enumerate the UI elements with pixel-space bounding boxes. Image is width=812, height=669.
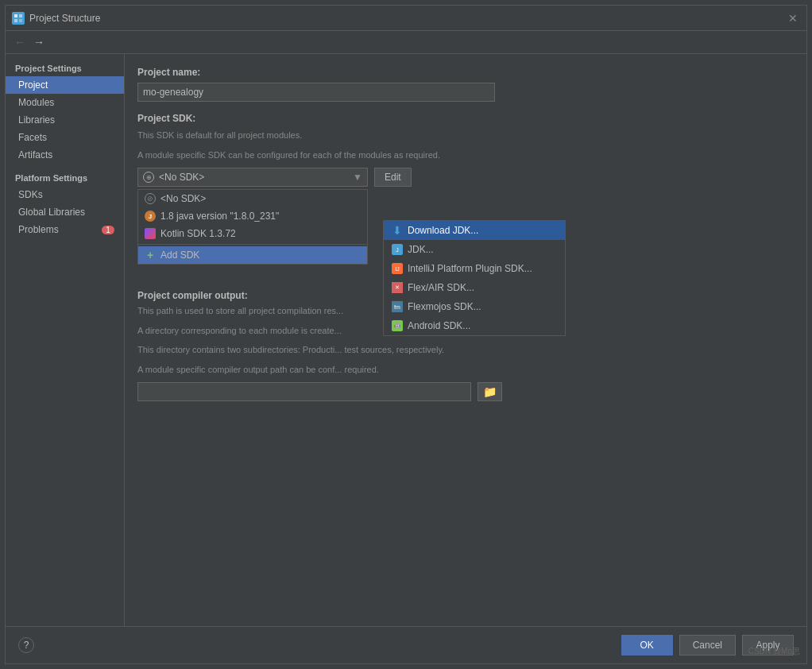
sdk-globe-icon: ⊕ bbox=[143, 172, 154, 183]
flex-icon: ✕ bbox=[392, 282, 403, 293]
svg-rect-2 bbox=[14, 19, 17, 22]
add-sdk-icon: + bbox=[145, 249, 156, 261]
dialog-title: Project Structure bbox=[29, 13, 100, 24]
title-bar: Project Structure ✕ bbox=[6, 6, 806, 31]
svg-rect-3 bbox=[19, 19, 22, 22]
title-bar-left: Project Structure bbox=[12, 12, 100, 25]
sdk-dropdown-arrow: ▼ bbox=[353, 172, 362, 183]
project-structure-dialog: Project Structure ✕ ← → Project Settings… bbox=[5, 5, 807, 664]
intellij-icon: IJ bbox=[392, 263, 403, 274]
add-sdk-option[interactable]: + Add SDK bbox=[138, 246, 367, 264]
android-icon: 🤖 bbox=[392, 320, 403, 331]
android-sdk-option[interactable]: 🤖 Android SDK... bbox=[384, 316, 565, 335]
sdk-desc-line2: A module specific SDK can be configured … bbox=[137, 149, 794, 162]
sdk-desc-line1: This SDK is default for all project modu… bbox=[137, 129, 794, 142]
kotlin-sdk-option[interactable]: Kotlin SDK 1.3.72 bbox=[138, 225, 367, 242]
sdk-row: ⊕ <No SDK> ▼ Edit bbox=[137, 168, 794, 187]
sidebar-item-global-libraries[interactable]: Global Libraries bbox=[6, 203, 124, 221]
sidebar-item-artifacts[interactable]: Artifacts bbox=[6, 146, 124, 164]
sidebar-item-project[interactable]: Project bbox=[6, 76, 124, 94]
flexmojos-icon: fm bbox=[392, 301, 403, 312]
jdk-option[interactable]: J JDK... bbox=[384, 240, 565, 259]
compiler-output-folder-button[interactable]: 📁 bbox=[478, 382, 502, 401]
dialog-icon bbox=[12, 12, 25, 25]
download-icon: ⬇ bbox=[392, 225, 403, 236]
project-name-label: Project name: bbox=[137, 67, 794, 78]
compiler-desc-3: This directory contains two subdirectori… bbox=[137, 343, 794, 357]
sidebar-item-facets[interactable]: Facets bbox=[6, 129, 124, 146]
ok-button[interactable]: OK bbox=[621, 635, 673, 655]
cancel-button[interactable]: Cancel bbox=[679, 635, 736, 655]
compiler-desc-4: A module specific compiler output path c… bbox=[137, 363, 794, 377]
forward-button[interactable]: → bbox=[31, 34, 47, 50]
flexmojos-option[interactable]: fm Flexmojos SDK... bbox=[384, 297, 565, 316]
sdk-dropdown[interactable]: ⊕ <No SDK> ▼ bbox=[137, 168, 368, 187]
no-sdk-option[interactable]: ⊘ <No SDK> bbox=[138, 190, 367, 207]
help-button[interactable]: ? bbox=[18, 637, 34, 653]
project-settings-header: Project Settings bbox=[6, 60, 124, 76]
project-sdk-label: Project SDK: bbox=[137, 113, 794, 124]
no-sdk-icon: ⊘ bbox=[145, 193, 156, 204]
sidebar: Project Settings Project Modules Librari… bbox=[6, 54, 125, 626]
java-sdk-option[interactable]: J 1.8 java version "1.8.0_231" bbox=[138, 207, 367, 225]
compiler-output-input[interactable] bbox=[137, 382, 471, 401]
intellij-plugin-option[interactable]: IJ IntelliJ Platform Plugin SDK... bbox=[384, 259, 565, 278]
content-area: Project Settings Project Modules Librari… bbox=[6, 54, 806, 626]
sidebar-item-libraries[interactable]: Libraries bbox=[6, 111, 124, 129]
main-panel: Project name: Project SDK: This SDK is d… bbox=[125, 54, 806, 626]
sidebar-item-sdks[interactable]: SDKs bbox=[6, 186, 124, 203]
sdk-edit-button[interactable]: Edit bbox=[374, 168, 412, 187]
back-button[interactable]: ← bbox=[12, 34, 28, 50]
jdk-icon: J bbox=[392, 244, 403, 255]
watermark: CSDN @Mo思 bbox=[748, 646, 800, 657]
sidebar-item-modules[interactable]: Modules bbox=[6, 94, 124, 111]
sdk-selected-value: <No SDK> bbox=[159, 172, 204, 183]
download-jdk-option[interactable]: ⬇ Download JDK... bbox=[384, 221, 565, 240]
platform-settings-header: Platform Settings bbox=[6, 170, 124, 186]
project-name-input[interactable] bbox=[137, 83, 495, 102]
java-icon: J bbox=[145, 211, 156, 222]
footer: ? OK Cancel Apply CSDN @Mo思 bbox=[6, 626, 806, 663]
sidebar-item-problems[interactable]: Problems 1 bbox=[6, 221, 124, 238]
svg-rect-1 bbox=[19, 14, 22, 17]
nav-bar: ← → bbox=[6, 31, 806, 54]
problems-badge: 1 bbox=[102, 226, 114, 234]
kotlin-icon bbox=[145, 228, 156, 239]
dropdown-separator bbox=[138, 244, 367, 245]
close-button[interactable]: ✕ bbox=[786, 11, 800, 25]
compiler-output-row: 📁 bbox=[137, 382, 794, 401]
add-sdk-submenu: ⬇ Download JDK... J JDK... IJ IntelliJ P… bbox=[383, 220, 566, 336]
sdk-dropdown-list: ⊘ <No SDK> J 1.8 java version "1.8.0_231… bbox=[137, 189, 368, 265]
flex-air-option[interactable]: ✕ Flex/AIR SDK... bbox=[384, 278, 565, 297]
svg-rect-0 bbox=[14, 14, 17, 17]
